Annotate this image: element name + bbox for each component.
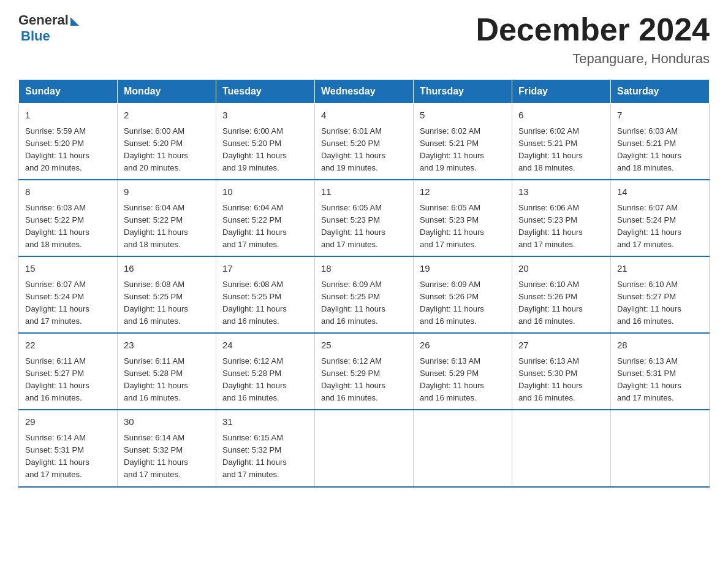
day-number: 9: [124, 185, 210, 199]
day-number: 16: [124, 262, 210, 276]
day-number: 25: [321, 339, 407, 353]
day-info: Sunrise: 6:10 AMSunset: 5:26 PMDaylight:…: [518, 278, 604, 328]
day-number: 1: [25, 109, 111, 123]
day-info: Sunrise: 6:08 AMSunset: 5:25 PMDaylight:…: [124, 278, 210, 328]
day-cell: 26Sunrise: 6:13 AMSunset: 5:29 PMDayligh…: [414, 333, 512, 410]
day-number: 27: [518, 339, 604, 353]
day-info: Sunrise: 6:04 AMSunset: 5:22 PMDaylight:…: [222, 202, 308, 251]
day-number: 21: [617, 262, 703, 276]
day-cell: 9Sunrise: 6:04 AMSunset: 5:22 PMDaylight…: [118, 180, 216, 256]
day-info: Sunrise: 6:09 AMSunset: 5:25 PMDaylight:…: [321, 278, 407, 328]
calendar-title: December 2024: [476, 12, 710, 47]
day-cell: 18Sunrise: 6:09 AMSunset: 5:25 PMDayligh…: [315, 256, 414, 333]
day-info: Sunrise: 6:11 AMSunset: 5:28 PMDaylight:…: [124, 355, 210, 405]
header-sunday: Sunday: [19, 80, 118, 104]
day-number: 2: [124, 109, 210, 123]
week-row-4: 22Sunrise: 6:11 AMSunset: 5:27 PMDayligh…: [19, 333, 710, 410]
day-cell: 13Sunrise: 6:06 AMSunset: 5:23 PMDayligh…: [512, 180, 611, 256]
day-info: Sunrise: 6:10 AMSunset: 5:27 PMDaylight:…: [617, 278, 703, 328]
day-info: Sunrise: 5:59 AMSunset: 5:20 PMDaylight:…: [25, 125, 111, 175]
day-cell: 15Sunrise: 6:07 AMSunset: 5:24 PMDayligh…: [19, 256, 118, 333]
day-info: Sunrise: 6:13 AMSunset: 5:30 PMDaylight:…: [518, 355, 604, 405]
day-cell: 4Sunrise: 6:01 AMSunset: 5:20 PMDaylight…: [315, 104, 414, 180]
day-number: 26: [420, 339, 506, 353]
day-info: Sunrise: 6:13 AMSunset: 5:29 PMDaylight:…: [420, 355, 506, 405]
day-number: 10: [222, 185, 308, 199]
day-cell: 16Sunrise: 6:08 AMSunset: 5:25 PMDayligh…: [118, 256, 216, 333]
day-number: 31: [222, 415, 308, 429]
day-number: 14: [617, 185, 703, 199]
day-number: 12: [420, 185, 506, 199]
day-number: 11: [321, 185, 407, 199]
day-number: 6: [518, 109, 604, 123]
day-cell: [315, 410, 414, 486]
day-number: 17: [222, 262, 308, 276]
day-cell: 10Sunrise: 6:04 AMSunset: 5:22 PMDayligh…: [216, 180, 315, 256]
day-cell: 2Sunrise: 6:00 AMSunset: 5:20 PMDaylight…: [118, 104, 216, 180]
day-cell: 25Sunrise: 6:12 AMSunset: 5:29 PMDayligh…: [315, 333, 414, 410]
header-row: Sunday Monday Tuesday Wednesday Thursday…: [19, 80, 710, 104]
logo-general-text: General: [18, 12, 69, 28]
header-monday: Monday: [118, 80, 216, 104]
day-number: 29: [25, 415, 111, 429]
day-info: Sunrise: 6:14 AMSunset: 5:31 PMDaylight:…: [25, 432, 111, 481]
day-cell: 29Sunrise: 6:14 AMSunset: 5:31 PMDayligh…: [19, 410, 118, 486]
day-info: Sunrise: 6:06 AMSunset: 5:23 PMDaylight:…: [518, 202, 604, 251]
day-info: Sunrise: 6:08 AMSunset: 5:25 PMDaylight:…: [222, 278, 308, 328]
header-saturday: Saturday: [611, 80, 710, 104]
day-number: 19: [420, 262, 506, 276]
day-number: 13: [518, 185, 604, 199]
day-cell: 27Sunrise: 6:13 AMSunset: 5:30 PMDayligh…: [512, 333, 611, 410]
logo-blue-text: Blue: [21, 28, 50, 44]
day-cell: [611, 410, 710, 486]
day-cell: 31Sunrise: 6:15 AMSunset: 5:32 PMDayligh…: [216, 410, 315, 486]
day-cell: 7Sunrise: 6:03 AMSunset: 5:21 PMDaylight…: [611, 104, 710, 180]
day-info: Sunrise: 6:05 AMSunset: 5:23 PMDaylight:…: [420, 202, 506, 251]
day-info: Sunrise: 6:14 AMSunset: 5:32 PMDaylight:…: [124, 432, 210, 481]
day-cell: 5Sunrise: 6:02 AMSunset: 5:21 PMDaylight…: [414, 104, 512, 180]
day-cell: 24Sunrise: 6:12 AMSunset: 5:28 PMDayligh…: [216, 333, 315, 410]
logo-triangle-icon: [70, 17, 79, 26]
day-number: 28: [617, 339, 703, 353]
day-cell: [512, 410, 611, 486]
day-cell: 12Sunrise: 6:05 AMSunset: 5:23 PMDayligh…: [414, 180, 512, 256]
day-info: Sunrise: 6:07 AMSunset: 5:24 PMDaylight:…: [617, 202, 703, 251]
day-number: 4: [321, 109, 407, 123]
day-cell: 20Sunrise: 6:10 AMSunset: 5:26 PMDayligh…: [512, 256, 611, 333]
day-info: Sunrise: 6:00 AMSunset: 5:20 PMDaylight:…: [124, 125, 210, 175]
calendar-body: 1Sunrise: 5:59 AMSunset: 5:20 PMDaylight…: [19, 104, 710, 487]
page-header: General Blue December 2024 Tepanguare, H…: [18, 12, 710, 67]
day-info: Sunrise: 6:03 AMSunset: 5:21 PMDaylight:…: [617, 125, 703, 175]
header-tuesday: Tuesday: [216, 80, 315, 104]
day-number: 3: [222, 109, 308, 123]
day-number: 7: [617, 109, 703, 123]
day-info: Sunrise: 6:07 AMSunset: 5:24 PMDaylight:…: [25, 278, 111, 328]
day-number: 23: [124, 339, 210, 353]
day-info: Sunrise: 6:02 AMSunset: 5:21 PMDaylight:…: [518, 125, 604, 175]
day-cell: [414, 410, 512, 486]
day-info: Sunrise: 6:15 AMSunset: 5:32 PMDaylight:…: [222, 432, 308, 481]
day-cell: 8Sunrise: 6:03 AMSunset: 5:22 PMDaylight…: [19, 180, 118, 256]
day-number: 18: [321, 262, 407, 276]
day-number: 24: [222, 339, 308, 353]
day-cell: 14Sunrise: 6:07 AMSunset: 5:24 PMDayligh…: [611, 180, 710, 256]
day-number: 22: [25, 339, 111, 353]
day-cell: 1Sunrise: 5:59 AMSunset: 5:20 PMDaylight…: [19, 104, 118, 180]
week-row-5: 29Sunrise: 6:14 AMSunset: 5:31 PMDayligh…: [19, 410, 710, 486]
day-cell: 6Sunrise: 6:02 AMSunset: 5:21 PMDaylight…: [512, 104, 611, 180]
day-cell: 22Sunrise: 6:11 AMSunset: 5:27 PMDayligh…: [19, 333, 118, 410]
day-info: Sunrise: 6:05 AMSunset: 5:23 PMDaylight:…: [321, 202, 407, 251]
week-row-3: 15Sunrise: 6:07 AMSunset: 5:24 PMDayligh…: [19, 256, 710, 333]
day-number: 8: [25, 185, 111, 199]
week-row-2: 8Sunrise: 6:03 AMSunset: 5:22 PMDaylight…: [19, 180, 710, 256]
day-info: Sunrise: 6:12 AMSunset: 5:28 PMDaylight:…: [222, 355, 308, 405]
calendar-table: Sunday Monday Tuesday Wednesday Thursday…: [18, 79, 710, 487]
day-info: Sunrise: 6:12 AMSunset: 5:29 PMDaylight:…: [321, 355, 407, 405]
day-number: 15: [25, 262, 111, 276]
day-number: 20: [518, 262, 604, 276]
day-cell: 21Sunrise: 6:10 AMSunset: 5:27 PMDayligh…: [611, 256, 710, 333]
day-cell: 11Sunrise: 6:05 AMSunset: 5:23 PMDayligh…: [315, 180, 414, 256]
day-number: 5: [420, 109, 506, 123]
day-cell: 17Sunrise: 6:08 AMSunset: 5:25 PMDayligh…: [216, 256, 315, 333]
logo: General Blue: [18, 12, 79, 44]
